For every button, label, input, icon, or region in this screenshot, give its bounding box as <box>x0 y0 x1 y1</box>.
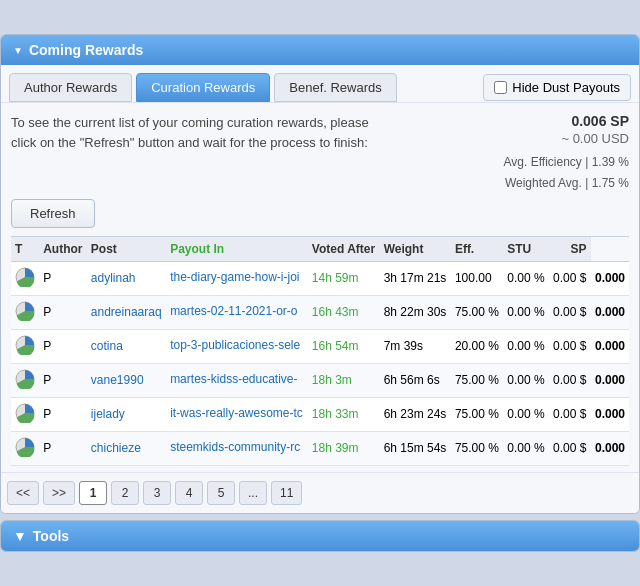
stats-area: 0.006 SP ~ 0.00 USD Avg. Efficiency | 1.… <box>504 113 629 193</box>
eff-cell: 0.00 % <box>503 295 549 329</box>
table-row: Pchichiezesteemkids-community-rc18h 39m6… <box>11 431 629 465</box>
page-4[interactable]: 4 <box>175 481 203 505</box>
post-cell[interactable]: the-diary-game-how-i-joi <box>166 261 308 295</box>
post-link[interactable]: top-3-publicaciones-sele <box>170 338 300 352</box>
author-cell[interactable]: andreinaaraq <box>87 295 166 329</box>
tools-panel: ▼ Tools <box>0 520 640 552</box>
weight-cell: 100.00 <box>451 261 503 295</box>
weight-cell: 75.00 % <box>451 397 503 431</box>
weighted-avg-label: Weighted Avg. | <box>505 176 588 190</box>
tools-title: Tools <box>33 528 69 544</box>
author-cell[interactable]: vane1990 <box>87 363 166 397</box>
table-row: Padylinahthe-diary-game-how-i-joi14h 59m… <box>11 261 629 295</box>
rewards-table: T Author Post Payout In Voted After Weig… <box>11 236 629 466</box>
page-3[interactable]: 3 <box>143 481 171 505</box>
tab-benef-rewards[interactable]: Benef. Rewards <box>274 73 397 102</box>
type-cell: P <box>39 431 87 465</box>
tab-bar: Author Rewards Curation Rewards Benef. R… <box>1 65 639 103</box>
col-voted-after: Voted After <box>308 236 380 261</box>
author-link[interactable]: chichieze <box>91 441 141 455</box>
panel-title: Coming Rewards <box>29 42 143 58</box>
hide-dust-label: Hide Dust Payouts <box>512 80 620 95</box>
stu-cell: 0.00 $ <box>549 329 591 363</box>
pie-icon <box>15 267 35 287</box>
voted-after-cell: 7m 39s <box>380 329 451 363</box>
voted-after-cell: 8h 22m 30s <box>380 295 451 329</box>
tools-header: ▼ Tools <box>1 521 639 551</box>
weighted-avg-value: 1.75 % <box>592 176 629 190</box>
page-2[interactable]: 2 <box>111 481 139 505</box>
page-next-next[interactable]: >> <box>43 481 75 505</box>
col-payout-in: Payout In <box>166 236 308 261</box>
sp-value: 0.006 SP <box>504 113 629 129</box>
page-11[interactable]: 11 <box>271 481 302 505</box>
table-header-row: T Author Post Payout In Voted After Weig… <box>11 236 629 261</box>
page-1[interactable]: 1 <box>79 481 107 505</box>
type-cell: P <box>39 295 87 329</box>
col-post: Post <box>87 236 166 261</box>
col-author: Author <box>39 236 87 261</box>
post-cell[interactable]: it-was-really-awesome-tc <box>166 397 308 431</box>
post-link[interactable]: martes-02-11-2021-or-o <box>170 304 297 318</box>
author-cell[interactable]: ijelady <box>87 397 166 431</box>
author-cell[interactable]: chichieze <box>87 431 166 465</box>
author-link[interactable]: ijelady <box>91 407 125 421</box>
payout-in-cell: 18h 3m <box>308 363 380 397</box>
post-link[interactable]: it-was-really-awesome-tc <box>170 406 303 420</box>
weight-cell: 75.00 % <box>451 295 503 329</box>
pie-icon-cell <box>11 363 39 397</box>
pie-icon-cell <box>11 295 39 329</box>
table-body: Padylinahthe-diary-game-how-i-joi14h 59m… <box>11 261 629 465</box>
page-ellipsis: ... <box>239 481 267 505</box>
eff-cell: 0.00 % <box>503 329 549 363</box>
tab-curation-rewards[interactable]: Curation Rewards <box>136 73 270 102</box>
chevron-icon: ▼ <box>13 45 23 56</box>
stu-cell: 0.00 $ <box>549 431 591 465</box>
type-cell: P <box>39 363 87 397</box>
pie-icon-cell <box>11 261 39 295</box>
hide-dust-checkbox-label[interactable]: Hide Dust Payouts <box>483 74 631 101</box>
eff-cell: 0.00 % <box>503 397 549 431</box>
author-link[interactable]: cotina <box>91 339 123 353</box>
author-link[interactable]: andreinaaraq <box>91 305 162 319</box>
author-link[interactable]: adylinah <box>91 271 136 285</box>
payout-in-cell: 18h 33m <box>308 397 380 431</box>
weight-cell: 75.00 % <box>451 431 503 465</box>
author-link[interactable]: vane1990 <box>91 373 144 387</box>
col-eff: Eff. <box>451 236 503 261</box>
tab-author-rewards[interactable]: Author Rewards <box>9 73 132 102</box>
sp-cell: 0.000 <box>591 363 629 397</box>
pie-icon <box>15 403 35 423</box>
pagination: << >> 1 2 3 4 5 ... 11 <box>1 472 639 513</box>
post-cell[interactable]: martes-kidss-educative- <box>166 363 308 397</box>
sp-cell: 0.000 <box>591 431 629 465</box>
author-cell[interactable]: cotina <box>87 329 166 363</box>
table-row: Pvane1990martes-kidss-educative-18h 3m6h… <box>11 363 629 397</box>
post-cell[interactable]: top-3-publicaciones-sele <box>166 329 308 363</box>
post-cell[interactable]: steemkids-community-rc <box>166 431 308 465</box>
voted-after-cell: 6h 15m 54s <box>380 431 451 465</box>
type-cell: P <box>39 329 87 363</box>
page-prev-prev[interactable]: << <box>7 481 39 505</box>
post-cell[interactable]: martes-02-11-2021-or-o <box>166 295 308 329</box>
author-cell[interactable]: adylinah <box>87 261 166 295</box>
payout-in-cell: 18h 39m <box>308 431 380 465</box>
stu-cell: 0.00 $ <box>549 295 591 329</box>
stu-cell: 0.00 $ <box>549 363 591 397</box>
pie-icon <box>15 335 35 355</box>
payout-in-cell: 14h 59m <box>308 261 380 295</box>
tools-chevron-icon: ▼ <box>13 528 27 544</box>
post-link[interactable]: steemkids-community-rc <box>170 440 300 454</box>
refresh-button[interactable]: Refresh <box>11 199 95 228</box>
sp-cell: 0.000 <box>591 295 629 329</box>
weight-cell: 75.00 % <box>451 363 503 397</box>
stu-cell: 0.00 $ <box>549 397 591 431</box>
sp-cell: 0.000 <box>591 397 629 431</box>
table-row: Pandreinaaraqmartes-02-11-2021-or-o16h 4… <box>11 295 629 329</box>
hide-dust-checkbox[interactable] <box>494 81 507 94</box>
post-link[interactable]: martes-kidss-educative- <box>170 372 297 386</box>
page-5[interactable]: 5 <box>207 481 235 505</box>
panel-header: ▼ Coming Rewards <box>1 35 639 65</box>
post-link[interactable]: the-diary-game-how-i-joi <box>170 270 299 284</box>
table-row: Pcotinatop-3-publicaciones-sele16h 54m7m… <box>11 329 629 363</box>
